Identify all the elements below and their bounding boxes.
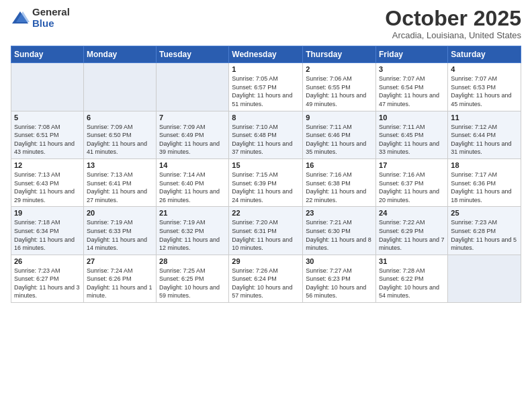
day-number: 30 bbox=[306, 257, 373, 265]
table-row: 25Sunrise: 7:23 AM Sunset: 6:28 PM Dayli… bbox=[448, 207, 521, 255]
logo-text: General Blue bbox=[32, 7, 70, 29]
logo-general-text: General bbox=[32, 7, 70, 18]
day-info: Sunrise: 7:16 AM Sunset: 6:37 PM Dayligh… bbox=[379, 171, 445, 204]
day-info: Sunrise: 7:25 AM Sunset: 6:25 PM Dayligh… bbox=[159, 267, 226, 300]
day-number: 11 bbox=[451, 113, 518, 122]
day-info: Sunrise: 7:24 AM Sunset: 6:26 PM Dayligh… bbox=[87, 267, 153, 300]
location-text: Arcadia, Louisiana, United States bbox=[385, 30, 521, 40]
day-number: 23 bbox=[306, 209, 373, 217]
day-number: 29 bbox=[232, 257, 300, 265]
table-row: 28Sunrise: 7:25 AM Sunset: 6:25 PM Dayli… bbox=[157, 255, 229, 302]
day-number: 18 bbox=[451, 161, 518, 169]
table-row bbox=[11, 63, 84, 111]
table-row: 15Sunrise: 7:15 AM Sunset: 6:39 PM Dayli… bbox=[229, 158, 303, 206]
col-saturday: Saturday bbox=[448, 46, 521, 63]
day-info: Sunrise: 7:06 AM Sunset: 6:55 PM Dayligh… bbox=[306, 75, 373, 108]
calendar-week-1: 1Sunrise: 7:05 AM Sunset: 6:57 PM Daylig… bbox=[11, 63, 521, 111]
day-number: 5 bbox=[14, 113, 81, 122]
day-number: 16 bbox=[306, 161, 373, 169]
day-info: Sunrise: 7:08 AM Sunset: 6:51 PM Dayligh… bbox=[14, 123, 81, 156]
calendar-header-row: Sunday Monday Tuesday Wednesday Thursday… bbox=[11, 46, 521, 63]
table-row bbox=[448, 255, 521, 302]
day-info: Sunrise: 7:09 AM Sunset: 6:49 PM Dayligh… bbox=[159, 123, 226, 156]
day-info: Sunrise: 7:07 AM Sunset: 6:54 PM Dayligh… bbox=[379, 75, 445, 108]
day-number: 26 bbox=[14, 257, 81, 265]
table-row: 24Sunrise: 7:22 AM Sunset: 6:29 PM Dayli… bbox=[376, 207, 448, 255]
table-row: 21Sunrise: 7:19 AM Sunset: 6:32 PM Dayli… bbox=[157, 207, 229, 255]
day-info: Sunrise: 7:15 AM Sunset: 6:39 PM Dayligh… bbox=[232, 171, 300, 204]
day-number: 17 bbox=[379, 161, 445, 169]
table-row: 20Sunrise: 7:19 AM Sunset: 6:33 PM Dayli… bbox=[83, 207, 156, 255]
table-row: 31Sunrise: 7:28 AM Sunset: 6:22 PM Dayli… bbox=[376, 255, 448, 302]
calendar-week-3: 12Sunrise: 7:13 AM Sunset: 6:43 PM Dayli… bbox=[11, 158, 521, 206]
col-wednesday: Wednesday bbox=[229, 46, 303, 63]
day-number: 21 bbox=[159, 209, 226, 217]
day-number: 24 bbox=[379, 209, 445, 217]
logo: General Blue bbox=[11, 7, 70, 29]
table-row: 9Sunrise: 7:11 AM Sunset: 6:46 PM Daylig… bbox=[303, 111, 376, 158]
table-row: 6Sunrise: 7:09 AM Sunset: 6:50 PM Daylig… bbox=[83, 111, 156, 158]
day-info: Sunrise: 7:13 AM Sunset: 6:43 PM Dayligh… bbox=[14, 171, 81, 204]
table-row: 22Sunrise: 7:20 AM Sunset: 6:31 PM Dayli… bbox=[229, 207, 303, 255]
day-info: Sunrise: 7:20 AM Sunset: 6:31 PM Dayligh… bbox=[232, 218, 300, 252]
day-info: Sunrise: 7:19 AM Sunset: 6:33 PM Dayligh… bbox=[87, 218, 153, 252]
day-info: Sunrise: 7:28 AM Sunset: 6:22 PM Dayligh… bbox=[379, 267, 445, 300]
day-info: Sunrise: 7:12 AM Sunset: 6:44 PM Dayligh… bbox=[451, 123, 518, 156]
table-row: 3Sunrise: 7:07 AM Sunset: 6:54 PM Daylig… bbox=[376, 63, 448, 111]
day-number: 10 bbox=[379, 113, 445, 122]
day-number: 22 bbox=[232, 209, 300, 217]
table-row: 5Sunrise: 7:08 AM Sunset: 6:51 PM Daylig… bbox=[11, 111, 84, 158]
col-monday: Monday bbox=[83, 46, 156, 63]
day-number: 7 bbox=[159, 113, 226, 122]
col-tuesday: Tuesday bbox=[157, 46, 229, 63]
day-info: Sunrise: 7:21 AM Sunset: 6:30 PM Dayligh… bbox=[306, 218, 373, 252]
table-row: 18Sunrise: 7:17 AM Sunset: 6:36 PM Dayli… bbox=[448, 158, 521, 206]
day-number: 19 bbox=[14, 209, 81, 217]
day-number: 1 bbox=[232, 65, 300, 73]
table-row: 23Sunrise: 7:21 AM Sunset: 6:30 PM Dayli… bbox=[303, 207, 376, 255]
day-info: Sunrise: 7:27 AM Sunset: 6:23 PM Dayligh… bbox=[306, 267, 373, 300]
logo-icon bbox=[11, 9, 30, 28]
table-row: 1Sunrise: 7:05 AM Sunset: 6:57 PM Daylig… bbox=[229, 63, 303, 111]
day-info: Sunrise: 7:22 AM Sunset: 6:29 PM Dayligh… bbox=[379, 218, 445, 252]
day-number: 3 bbox=[379, 65, 445, 73]
table-row: 26Sunrise: 7:23 AM Sunset: 6:27 PM Dayli… bbox=[11, 255, 84, 302]
day-info: Sunrise: 7:10 AM Sunset: 6:48 PM Dayligh… bbox=[232, 123, 300, 156]
table-row bbox=[157, 63, 229, 111]
table-row: 12Sunrise: 7:13 AM Sunset: 6:43 PM Dayli… bbox=[11, 158, 84, 206]
table-row: 30Sunrise: 7:27 AM Sunset: 6:23 PM Dayli… bbox=[303, 255, 376, 302]
table-row: 2Sunrise: 7:06 AM Sunset: 6:55 PM Daylig… bbox=[303, 63, 376, 111]
table-row: 13Sunrise: 7:13 AM Sunset: 6:41 PM Dayli… bbox=[83, 158, 156, 206]
day-number: 4 bbox=[451, 65, 518, 73]
page-header: General Blue October 2025 Arcadia, Louis… bbox=[11, 7, 521, 40]
day-number: 28 bbox=[159, 257, 226, 265]
day-info: Sunrise: 7:13 AM Sunset: 6:41 PM Dayligh… bbox=[87, 171, 153, 204]
table-row: 8Sunrise: 7:10 AM Sunset: 6:48 PM Daylig… bbox=[229, 111, 303, 158]
table-row: 14Sunrise: 7:14 AM Sunset: 6:40 PM Dayli… bbox=[157, 158, 229, 206]
calendar-week-2: 5Sunrise: 7:08 AM Sunset: 6:51 PM Daylig… bbox=[11, 111, 521, 158]
table-row: 27Sunrise: 7:24 AM Sunset: 6:26 PM Dayli… bbox=[83, 255, 156, 302]
calendar-week-4: 19Sunrise: 7:18 AM Sunset: 6:34 PM Dayli… bbox=[11, 207, 521, 255]
day-info: Sunrise: 7:11 AM Sunset: 6:45 PM Dayligh… bbox=[379, 123, 445, 156]
day-info: Sunrise: 7:17 AM Sunset: 6:36 PM Dayligh… bbox=[451, 171, 518, 204]
day-number: 20 bbox=[87, 209, 153, 217]
day-number: 27 bbox=[87, 257, 153, 265]
calendar-week-5: 26Sunrise: 7:23 AM Sunset: 6:27 PM Dayli… bbox=[11, 255, 521, 302]
month-title: October 2025 bbox=[385, 7, 521, 30]
title-block: October 2025 Arcadia, Louisiana, United … bbox=[385, 7, 521, 40]
table-row: 29Sunrise: 7:26 AM Sunset: 6:24 PM Dayli… bbox=[229, 255, 303, 302]
col-thursday: Thursday bbox=[303, 46, 376, 63]
table-row: 7Sunrise: 7:09 AM Sunset: 6:49 PM Daylig… bbox=[157, 111, 229, 158]
table-row: 17Sunrise: 7:16 AM Sunset: 6:37 PM Dayli… bbox=[376, 158, 448, 206]
day-number: 12 bbox=[14, 161, 81, 169]
day-info: Sunrise: 7:07 AM Sunset: 6:53 PM Dayligh… bbox=[451, 75, 518, 108]
day-info: Sunrise: 7:16 AM Sunset: 6:38 PM Dayligh… bbox=[306, 171, 373, 204]
day-number: 6 bbox=[87, 113, 153, 122]
day-number: 13 bbox=[87, 161, 153, 169]
day-number: 9 bbox=[306, 113, 373, 122]
day-number: 31 bbox=[379, 257, 445, 265]
day-info: Sunrise: 7:14 AM Sunset: 6:40 PM Dayligh… bbox=[159, 171, 226, 204]
day-info: Sunrise: 7:26 AM Sunset: 6:24 PM Dayligh… bbox=[232, 267, 300, 300]
day-number: 14 bbox=[159, 161, 226, 169]
day-info: Sunrise: 7:23 AM Sunset: 6:27 PM Dayligh… bbox=[14, 267, 81, 300]
